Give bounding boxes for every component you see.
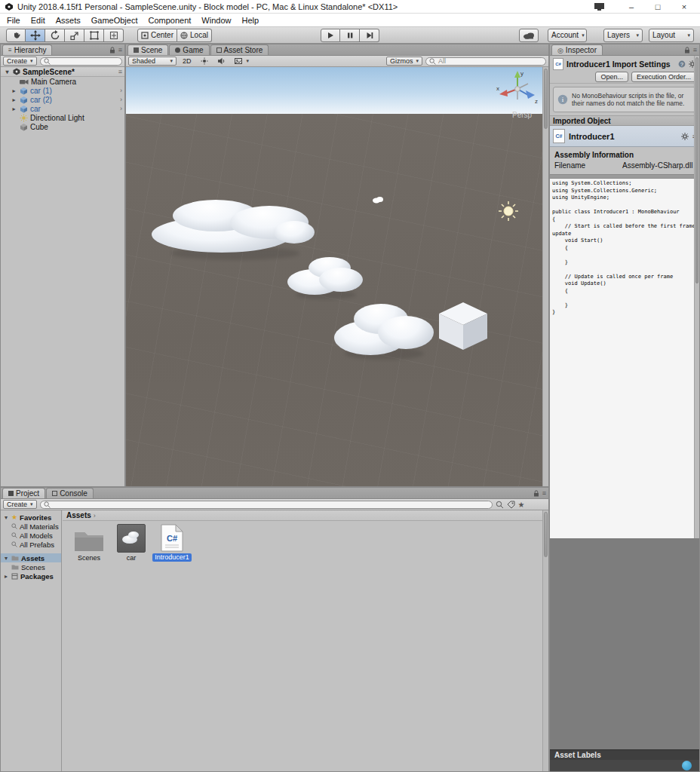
hierarchy-item-car-1[interactable]: ▸ car (1) ›: [1, 86, 124, 95]
step-button[interactable]: [360, 29, 379, 42]
scene-viewport[interactable]: y x z Persp: [126, 67, 543, 486]
asset-item-introducer1[interactable]: C# Introducer1: [152, 524, 192, 562]
panel-menu-icon[interactable]: ≡: [542, 489, 546, 497]
hierarchy-item-main-camera[interactable]: Main Camera: [1, 77, 124, 86]
foldout-open-icon[interactable]: ▾: [3, 555, 9, 562]
prefab-cube-icon: [20, 87, 28, 95]
space-toggle-button[interactable]: Local: [177, 29, 212, 42]
menu-component[interactable]: Component: [143, 16, 196, 25]
foldout-closed-icon[interactable]: ▸: [11, 106, 17, 112]
play-button[interactable]: [321, 29, 340, 42]
packages-row[interactable]: ▸ Packages: [1, 571, 61, 581]
scene-effects-dropdown[interactable]: ▾: [232, 57, 253, 66]
layers-dropdown[interactable]: Layers▾: [603, 29, 643, 42]
favorite-star-icon[interactable]: ★: [518, 501, 525, 509]
hierarchy-search-input[interactable]: [40, 57, 122, 66]
scene-scrollbar[interactable]: [542, 67, 548, 486]
project-create-button[interactable]: Create▾: [3, 500, 37, 509]
assets-root-row[interactable]: ▾ Assets: [1, 553, 61, 562]
minimize-button[interactable]: –: [620, 0, 643, 14]
tab-inspector[interactable]: ◎ Inspector: [551, 44, 603, 55]
lock-icon[interactable]: [533, 490, 539, 497]
hierarchy-item-car-2[interactable]: ▸ car (2) ›: [1, 95, 124, 104]
menu-gameobject[interactable]: GameObject: [86, 16, 143, 25]
tab-scene[interactable]: Scene: [127, 44, 168, 55]
foldout-closed-icon[interactable]: ▸: [3, 573, 9, 580]
search-by-type-icon[interactable]: [496, 501, 504, 509]
gear-icon[interactable]: [681, 133, 689, 140]
favorites-row[interactable]: ▾ ★ Favorites: [1, 513, 61, 522]
help-icon[interactable]: ?: [678, 60, 686, 68]
favorite-all-materials[interactable]: All Materials: [1, 522, 61, 531]
transform-tool-button[interactable]: [104, 29, 124, 42]
hierarchy-item-car[interactable]: ▸ car ›: [1, 104, 124, 113]
favorite-all-models[interactable]: All Models: [1, 531, 61, 540]
menu-help[interactable]: Help: [236, 16, 264, 25]
rotate-tool-button[interactable]: [45, 29, 65, 42]
prefab-chevron-icon[interactable]: ›: [120, 96, 122, 103]
asset-item-scenes[interactable]: Scenes: [69, 527, 109, 562]
collab-cloud-button[interactable]: [519, 29, 539, 42]
pause-button[interactable]: [340, 29, 360, 42]
maximize-button[interactable]: □: [646, 0, 669, 14]
project-scrollbar[interactable]: [542, 510, 548, 771]
shading-mode-dropdown[interactable]: Shaded▾: [128, 57, 177, 66]
perspective-label[interactable]: Persp: [512, 111, 532, 119]
search-by-label-icon[interactable]: [507, 501, 515, 509]
panel-menu-icon[interactable]: ≡: [118, 46, 122, 54]
hierarchy-create-button[interactable]: Create▾: [3, 57, 37, 66]
close-button[interactable]: ×: [673, 0, 695, 14]
search-icon: [11, 541, 17, 547]
foldout-open-icon[interactable]: ▾: [4, 69, 11, 75]
tab-game[interactable]: Game: [169, 44, 209, 55]
orientation-gizmo[interactable]: y x z: [496, 69, 539, 109]
panel-menu-icon[interactable]: ≡: [693, 46, 697, 54]
scene-lighting-toggle[interactable]: [198, 57, 211, 66]
rect-tool-button[interactable]: [84, 29, 104, 42]
inspector-scrollbar[interactable]: [694, 56, 699, 538]
menu-file[interactable]: File: [2, 16, 26, 25]
tab-project[interactable]: Project: [2, 488, 45, 498]
hand-tool-button[interactable]: [6, 29, 26, 42]
favorite-all-prefabs[interactable]: All Prefabs: [1, 540, 61, 549]
tab-asset-store[interactable]: Asset Store: [210, 44, 269, 55]
assets-scenes-row[interactable]: Scenes: [1, 562, 61, 571]
execution-order-button[interactable]: Execution Order...: [631, 72, 696, 82]
gizmos-dropdown[interactable]: Gizmos▾: [386, 57, 422, 66]
asset-item-car[interactable]: car: [111, 524, 152, 562]
pivot-toggle-button[interactable]: Center: [137, 29, 177, 42]
lock-icon[interactable]: [109, 47, 115, 54]
foldout-closed-icon[interactable]: ▸: [11, 96, 17, 103]
foldout-closed-icon[interactable]: ▸: [11, 87, 17, 94]
scene-search-input[interactable]: All: [425, 57, 546, 66]
2d-toggle[interactable]: 2D: [180, 57, 195, 66]
hierarchy-scene-row[interactable]: ▾ SampleScene* ≡: [1, 67, 124, 77]
hierarchy-item-cube[interactable]: Cube: [1, 122, 124, 131]
tab-console[interactable]: Console: [46, 488, 94, 498]
scale-tool-button[interactable]: [65, 29, 84, 42]
move-tool-button[interactable]: [26, 29, 45, 42]
hierarchy-item-directional-light[interactable]: Directional Light: [1, 113, 124, 122]
prefab-chevron-icon[interactable]: ›: [120, 87, 122, 94]
script-source-preview: using System.Collections; using System.C…: [550, 178, 699, 538]
asset-bundle-icon[interactable]: [682, 761, 692, 770]
foldout-open-icon[interactable]: ▾: [3, 514, 9, 521]
menu-assets[interactable]: Assets: [51, 16, 86, 25]
small-cloud-icon[interactable]: [372, 195, 384, 204]
menu-window[interactable]: Window: [196, 16, 236, 25]
account-dropdown[interactable]: Account▾: [548, 29, 587, 42]
asset-labels-bar[interactable]: Asset Labels: [550, 749, 699, 760]
sun-gizmo-icon[interactable]: [497, 200, 520, 222]
breadcrumb-assets[interactable]: Assets: [66, 511, 91, 519]
open-script-button[interactable]: Open...: [595, 72, 628, 82]
scene-menu-icon[interactable]: ≡: [118, 68, 122, 75]
cube-object[interactable]: [437, 301, 490, 352]
layout-dropdown[interactable]: Layout▾: [649, 29, 694, 42]
project-search-input[interactable]: [40, 501, 493, 509]
lock-icon[interactable]: [684, 47, 690, 54]
scene-audio-toggle[interactable]: [214, 57, 229, 66]
tab-hierarchy[interactable]: ≡ Hierarchy: [2, 44, 52, 55]
script-component-header[interactable]: C# Introducer1 ≡: [550, 126, 699, 147]
menu-edit[interactable]: Edit: [26, 16, 51, 25]
prefab-chevron-icon[interactable]: ›: [120, 105, 122, 112]
